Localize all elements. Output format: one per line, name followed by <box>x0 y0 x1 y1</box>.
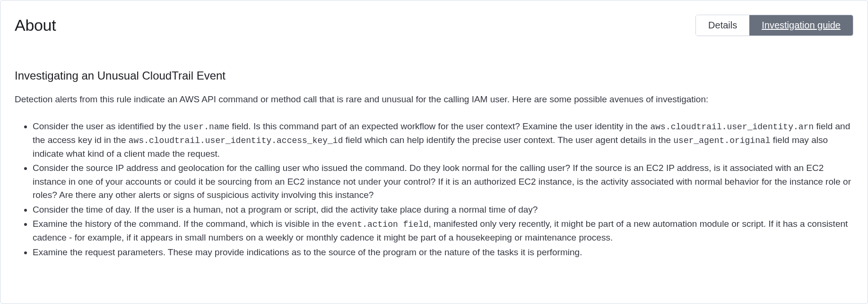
list-item: Consider the user as identified by the u… <box>33 120 853 161</box>
panel-title: About <box>15 16 56 35</box>
list-item: Consider the time of day. If the user is… <box>33 203 853 217</box>
tab-details[interactable]: Details <box>696 15 749 36</box>
list-item: Examine the history of the command. If t… <box>33 217 853 245</box>
about-panel: About Details Investigation guide Invest… <box>0 0 868 304</box>
code-user-identity-arn: aws.cloudtrail.user_identity.arn <box>650 122 814 132</box>
guide-heading: Investigating an Unusual CloudTrail Even… <box>15 69 853 82</box>
panel-header: About Details Investigation guide <box>15 15 853 36</box>
text: Consider the user as identified by the <box>33 121 183 131</box>
text: Examine the history of the command. If t… <box>33 219 337 229</box>
code-user-name: user.name <box>183 122 229 132</box>
guide-intro: Detection alerts from this rule indicate… <box>15 93 853 107</box>
list-item: Consider the source IP address and geolo… <box>33 161 853 202</box>
tab-group: Details Investigation guide <box>695 15 853 36</box>
code-access-key-id: aws.cloudtrail.user_identity.access_key_… <box>129 136 343 145</box>
list-item: Examine the request parameters. These ma… <box>33 246 853 259</box>
code-event-action-field: event.action field <box>337 220 428 229</box>
code-user-agent-original: user_agent.original <box>673 136 770 145</box>
text: field. Is this command part of an expect… <box>229 121 650 131</box>
tab-investigation-guide[interactable]: Investigation guide <box>749 15 853 36</box>
text: field which can help identify the precis… <box>343 135 673 145</box>
guide-bullet-list: Consider the user as identified by the u… <box>15 120 853 259</box>
